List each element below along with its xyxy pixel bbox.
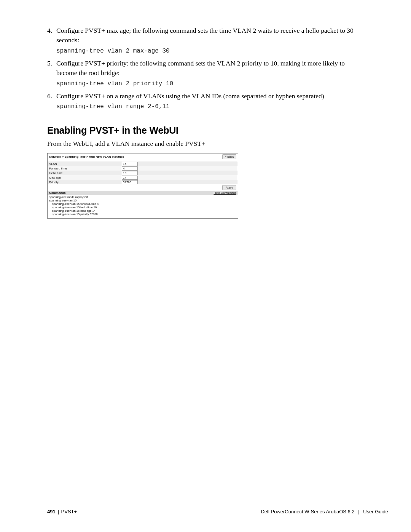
back-button[interactable]: « Back [222, 154, 236, 159]
step-6-code: spanning-tree vlan range 2-6,11 [56, 102, 364, 111]
step-5-number: 5. [47, 59, 52, 68]
commands-header: Commands Hide Commands [48, 191, 238, 195]
step-6: 6. Configure PVST+ on a range of VLANs u… [47, 91, 364, 112]
footer-left: 491 | PVST+ [47, 509, 77, 514]
command-line-3: spanning-tree vlan 15 forward-time 4 [49, 202, 236, 206]
form-row-priority: Priority [48, 180, 238, 184]
command-line-6: spanning-tree vlan 15 priority 32768 [49, 212, 236, 216]
forward-time-input[interactable] [122, 166, 138, 171]
vlan-input[interactable] [122, 162, 138, 166]
label-max-age: Max age [48, 175, 122, 180]
hello-time-input[interactable] [122, 171, 138, 175]
step-4: 4. Configure PVST+ max age; the followin… [47, 26, 364, 56]
footer-section: PVST+ [61, 509, 77, 514]
command-line-1: spanning-tree mode rapid-pvst [49, 195, 236, 199]
apply-button[interactable]: Apply [222, 185, 236, 190]
footer-sep-2: | [358, 509, 359, 514]
footer-sep-1: | [57, 509, 59, 514]
step-5-text: Configure PVST+ priority: the following … [56, 59, 345, 77]
webui-screenshot: Network > Spanning Tree > Add New VLAN I… [47, 153, 238, 219]
footer-right: Dell PowerConnect W-Series ArubaOS 6.2 |… [261, 509, 388, 514]
hide-commands-link[interactable]: Hide Commands [213, 191, 236, 195]
step-4-number: 4. [47, 26, 52, 35]
step-5: 5. Configure PVST+ priority: the followi… [47, 59, 364, 88]
webui-form: VLAN Forward time Hello time Max age Pri… [48, 161, 238, 184]
page-footer: 491 | PVST+ Dell PowerConnect W-Series A… [47, 509, 388, 514]
label-hello-time: Hello time [48, 171, 122, 175]
step-4-text: Configure PVST+ max age; the following c… [56, 27, 354, 44]
apply-row: Apply [48, 184, 238, 191]
step-6-text: Configure PVST+ on a range of VLANs usin… [56, 92, 324, 100]
footer-product: Dell PowerConnect W-Series ArubaOS 6.2 [261, 509, 354, 514]
step-5-code: spanning-tree vlan 2 priority 10 [56, 80, 364, 88]
max-age-input[interactable] [122, 176, 138, 180]
webui-header: Network > Spanning Tree > Add New VLAN I… [48, 153, 238, 161]
form-row-max-age: Max age [48, 175, 238, 180]
breadcrumb: Network > Spanning Tree > Add New VLAN I… [49, 155, 124, 158]
form-row-vlan: VLAN [48, 161, 238, 166]
page-number: 491 [47, 509, 56, 514]
step-6-number: 6. [47, 91, 52, 101]
section-heading: Enabling PVST+ in the WebUI [47, 125, 364, 136]
form-row-hello-time: Hello time [48, 171, 238, 175]
section-intro: From the WebUI, add a VLAN instance and … [47, 140, 364, 148]
label-vlan: VLAN [48, 161, 122, 166]
form-row-forward-time: Forward time [48, 166, 238, 171]
commands-title: Commands [49, 191, 66, 195]
label-forward-time: Forward time [48, 166, 122, 171]
command-line-5: spanning-tree vlan 15 max-age 14 [49, 209, 236, 212]
command-line-4: spanning-tree vlan 15 hello-time 10 [49, 206, 236, 209]
commands-body: spanning-tree mode rapid-pvst spanning-t… [48, 195, 238, 218]
footer-doc: User Guide [363, 509, 388, 514]
label-priority: Priority [48, 180, 122, 184]
step-4-code: spanning-tree vlan 2 max-age 30 [56, 47, 364, 56]
priority-input[interactable] [122, 180, 138, 184]
command-line-2: spanning-tree vlan 15 [49, 199, 236, 202]
